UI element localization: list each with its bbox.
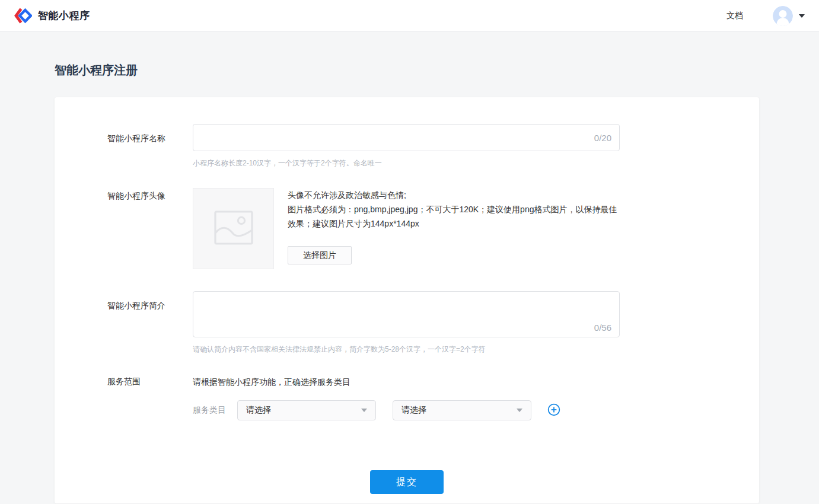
choose-image-button[interactable]: 选择图片: [288, 246, 352, 264]
avatar-desc-line2: 图片格式必须为：png,bmp,jpeg,jpg；不可大于120K；建议使用pn…: [288, 202, 620, 231]
intro-hint: 请确认简介内容不含国家相关法律法规禁止内容，简介字数为5-28个汉字，一个汉字=…: [193, 344, 759, 355]
avatar-upload-box[interactable]: [193, 188, 274, 269]
intro-textarea[interactable]: [193, 291, 620, 337]
intro-textarea-wrap: 0/56: [193, 291, 620, 337]
name-label: 智能小程序名称: [107, 124, 193, 168]
submit-button[interactable]: 提交: [370, 470, 444, 494]
avatar-label: 智能小程序头像: [107, 188, 193, 269]
chevron-down-icon: [517, 409, 522, 412]
caret-down-icon[interactable]: [799, 14, 805, 18]
chevron-down-icon: [361, 409, 367, 412]
category-label: 服务类目: [193, 405, 226, 416]
category-select-2-value: 请选择: [401, 405, 517, 416]
intro-char-counter: 0/56: [594, 323, 611, 333]
category-select-1-value: 请选择: [246, 405, 361, 416]
brand-name: 智能小程序: [38, 9, 90, 23]
scope-instruction: 请根据智能小程序功能，正确选择服务类目: [193, 374, 759, 388]
name-char-counter: 0/20: [594, 133, 611, 143]
name-hint: 小程序名称长度2-10汉字，一个汉字等于2个字符。命名唯一: [193, 158, 759, 168]
plus-circle-icon: [547, 403, 560, 418]
name-input[interactable]: [193, 124, 620, 151]
category-line: 服务类目 请选择 请选择: [193, 400, 759, 420]
scope-row: 服务范围 请根据智能小程序功能，正确选择服务类目 服务类目 请选择 请选择: [107, 374, 759, 420]
name-input-wrap: 0/20: [193, 124, 620, 151]
scope-label: 服务范围: [107, 374, 193, 420]
smart-program-logo-icon: [14, 8, 32, 24]
name-row: 智能小程序名称 0/20 小程序名称长度2-10汉字，一个汉字等于2个字符。命名…: [107, 124, 759, 168]
intro-label: 智能小程序简介: [107, 291, 193, 355]
page-title: 智能小程序注册: [55, 62, 819, 78]
submit-wrap: 提交: [55, 470, 706, 494]
category-select-2[interactable]: 请选择: [393, 400, 531, 420]
header-right: 文档: [726, 6, 805, 26]
top-header: 智能小程序 文档: [0, 0, 819, 32]
avatar[interactable]: [773, 6, 793, 26]
intro-row: 智能小程序简介 0/56 请确认简介内容不含国家相关法律法规禁止内容，简介字数为…: [107, 291, 759, 355]
add-category-button[interactable]: [547, 403, 561, 417]
image-placeholder-icon: [213, 209, 254, 248]
category-select-1[interactable]: 请选择: [237, 400, 376, 420]
avatar-desc-line1: 头像不允许涉及政治敏感与色情;: [288, 188, 620, 202]
avatar-row: 智能小程序头像 头像不允许涉及政治敏感与色情; 图片格式必须为：png,bmp,…: [107, 188, 759, 269]
registration-form-card: 智能小程序名称 0/20 小程序名称长度2-10汉字，一个汉字等于2个字符。命名…: [55, 97, 759, 503]
brand[interactable]: 智能小程序: [14, 8, 90, 24]
doc-link[interactable]: 文档: [726, 11, 743, 21]
